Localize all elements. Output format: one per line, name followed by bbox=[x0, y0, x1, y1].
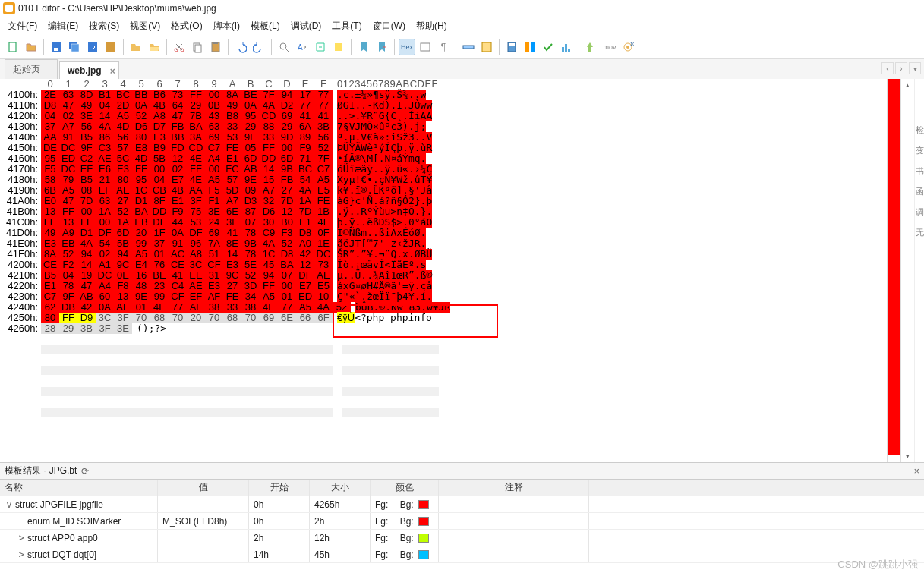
hex-byte[interactable]: D2 bbox=[278, 100, 296, 111]
export-icon[interactable] bbox=[102, 39, 119, 55]
hex-byte[interactable]: 73 bbox=[314, 260, 333, 270]
hex-byte[interactable]: ED bbox=[59, 153, 77, 164]
menu-item[interactable]: 搜索(S) bbox=[84, 18, 124, 34]
hex-byte[interactable]: BB bbox=[169, 132, 187, 143]
hex-byte[interactable]: 37 bbox=[150, 238, 169, 249]
hex-byte[interactable]: BA bbox=[187, 121, 205, 132]
hex-byte[interactable]: FF bbox=[77, 217, 96, 228]
hex-byte[interactable]: D3 bbox=[241, 196, 260, 206]
goto-icon[interactable] bbox=[312, 39, 329, 55]
hex-byte[interactable]: 9E bbox=[132, 291, 150, 302]
hex-byte[interactable]: 99 bbox=[150, 291, 169, 302]
refresh-icon[interactable]: ⟳ bbox=[81, 466, 89, 477]
menu-item[interactable]: 模板(L) bbox=[246, 18, 285, 34]
hex-byte[interactable]: 00 bbox=[96, 217, 114, 228]
hex-byte[interactable]: 04 bbox=[41, 111, 59, 121]
hex-row[interactable]: 4130h:37A7564A4DD6D7FBBA63332988296A3B7§… bbox=[0, 121, 887, 132]
hex-byte[interactable]: 96 bbox=[187, 238, 205, 249]
hex-byte[interactable]: 04 bbox=[59, 270, 77, 281]
hex-byte[interactable]: E1 bbox=[223, 153, 241, 164]
minimap[interactable] bbox=[887, 79, 900, 462]
hex-byte[interactable]: DC bbox=[59, 143, 77, 153]
hex-byte[interactable]: 9C bbox=[223, 270, 241, 281]
hex-row[interactable]: 4100h:2E638DB1BCBBB673FF008ABE7F941777.c… bbox=[0, 90, 887, 100]
hex-byte[interactable]: EF bbox=[77, 164, 96, 175]
hex-byte[interactable]: 8A bbox=[41, 249, 59, 260]
hex-byte[interactable]: DD bbox=[260, 153, 278, 164]
hex-byte[interactable]: CD bbox=[187, 143, 205, 153]
hex-byte[interactable]: 28 bbox=[41, 323, 59, 334]
hex-byte[interactable]: 7B bbox=[187, 111, 205, 121]
hex-byte[interactable]: 69 bbox=[260, 313, 278, 323]
hex-byte[interactable]: E7 bbox=[169, 175, 187, 185]
ascii-text[interactable]: ãëJT[™7'–z‹žJR. bbox=[337, 238, 426, 249]
hex-byte[interactable]: 6E bbox=[278, 313, 296, 323]
hex-byte[interactable]: 27 bbox=[223, 281, 241, 291]
hex-byte[interactable]: 1E bbox=[314, 238, 333, 249]
hex-byte[interactable]: 7D bbox=[77, 196, 96, 206]
hex-byte[interactable]: 89 bbox=[296, 132, 314, 143]
hex-byte[interactable]: 5B bbox=[150, 153, 169, 164]
hex-byte[interactable]: 8F bbox=[150, 196, 169, 206]
hex-byte[interactable]: AE bbox=[114, 302, 132, 313]
hex-editor[interactable]: 0123456789ABCDEF 0123456789ABCDEF 4100h:… bbox=[0, 79, 887, 462]
hex-byte[interactable]: CE bbox=[41, 260, 59, 270]
hex-byte[interactable]: 3D bbox=[241, 281, 260, 291]
hex-byte[interactable]: 99 bbox=[132, 238, 150, 249]
hex-byte[interactable]: 00 bbox=[205, 164, 223, 175]
ascii-text[interactable]: ª.µ.V€ã»:iSž3..V bbox=[337, 132, 432, 143]
hex-byte[interactable]: A0 bbox=[296, 238, 314, 249]
bookmark-icon[interactable] bbox=[355, 39, 372, 55]
hex-byte[interactable]: 95 bbox=[241, 111, 260, 121]
hex-byte[interactable]: 9D bbox=[278, 132, 296, 143]
hex-byte[interactable]: 14 bbox=[223, 249, 241, 260]
mov-icon[interactable]: mov bbox=[601, 39, 618, 55]
hex-byte[interactable]: A8 bbox=[150, 111, 169, 121]
hex-byte[interactable]: 0A bbox=[132, 100, 150, 111]
hex-row[interactable]: 4110h:D84749042D0A4B64290B490A4AD27777ØG… bbox=[0, 100, 887, 111]
hex-byte[interactable]: 52 bbox=[333, 302, 351, 313]
hex-byte[interactable]: 41 bbox=[169, 270, 187, 281]
hex-byte[interactable]: 9E bbox=[241, 132, 260, 143]
hex-byte[interactable]: FF bbox=[59, 313, 77, 323]
find-icon[interactable] bbox=[276, 39, 292, 55]
hex-row[interactable]: 4180h:5879B521809504E74EA5579E15FB54A5Xy… bbox=[0, 175, 887, 185]
panel-tab[interactable]: 调 bbox=[916, 206, 924, 218]
hex-byte[interactable]: B6 bbox=[150, 90, 169, 100]
hex-byte[interactable]: 0A bbox=[96, 302, 114, 313]
hex-byte[interactable]: E7 bbox=[296, 281, 314, 291]
inspector-icon[interactable] bbox=[478, 39, 495, 55]
hex-byte[interactable]: FE bbox=[223, 143, 241, 153]
hex-byte[interactable]: EE bbox=[187, 270, 205, 281]
hex-byte[interactable]: 66 bbox=[296, 313, 314, 323]
hex-byte[interactable]: 94 bbox=[77, 249, 96, 260]
hex-byte[interactable]: D1 bbox=[77, 228, 96, 238]
ascii-text[interactable]: àG}c'Ñ.á?ñ§Ó2}.þ bbox=[337, 196, 432, 206]
hex-byte[interactable]: 0F bbox=[314, 228, 333, 238]
hex-row[interactable]: 4230h:C79FAB60139E99CFEFAFFE34A501ED10Ç"… bbox=[0, 291, 887, 302]
ascii-text[interactable]: áxG¤øH#Ä®ã'=ÿ.çå bbox=[337, 281, 432, 291]
hex-byte[interactable]: 7F bbox=[260, 90, 278, 100]
hex-byte[interactable]: A5 bbox=[59, 185, 77, 196]
hex-byte[interactable]: A4 bbox=[205, 153, 223, 164]
hex-byte[interactable]: AE bbox=[314, 270, 333, 281]
hex-byte[interactable]: 41 bbox=[296, 111, 314, 121]
hex-byte[interactable]: 02 bbox=[59, 111, 77, 121]
hex-byte[interactable]: FF bbox=[260, 143, 278, 153]
hex-byte[interactable]: 9F bbox=[59, 291, 77, 302]
hex-byte[interactable]: 75 bbox=[187, 206, 205, 217]
hex-byte[interactable]: 53 bbox=[223, 132, 241, 143]
hex-byte[interactable]: A5 bbox=[296, 302, 314, 313]
compare-icon[interactable] bbox=[522, 39, 538, 55]
hex-byte[interactable]: B5 bbox=[77, 175, 96, 185]
hex-byte[interactable]: CF bbox=[169, 291, 187, 302]
hex-byte[interactable]: 4F bbox=[314, 217, 333, 228]
hex-byte[interactable]: 33 bbox=[223, 121, 241, 132]
hex-byte[interactable]: E3 bbox=[205, 281, 223, 291]
ascii-text[interactable]: ŠR”.”¥.¬¨Q.x.ØBÜ bbox=[337, 249, 432, 260]
hex-row[interactable]: 41A0h:E0477D6327D18FE13FF1A7D3327D1AFEàG… bbox=[0, 196, 887, 206]
hex-byte[interactable]: 1C bbox=[260, 249, 278, 260]
hex-byte[interactable]: 9C bbox=[114, 260, 132, 270]
hex-byte[interactable]: AF bbox=[205, 291, 223, 302]
menu-item[interactable]: 文件(F) bbox=[3, 18, 42, 34]
